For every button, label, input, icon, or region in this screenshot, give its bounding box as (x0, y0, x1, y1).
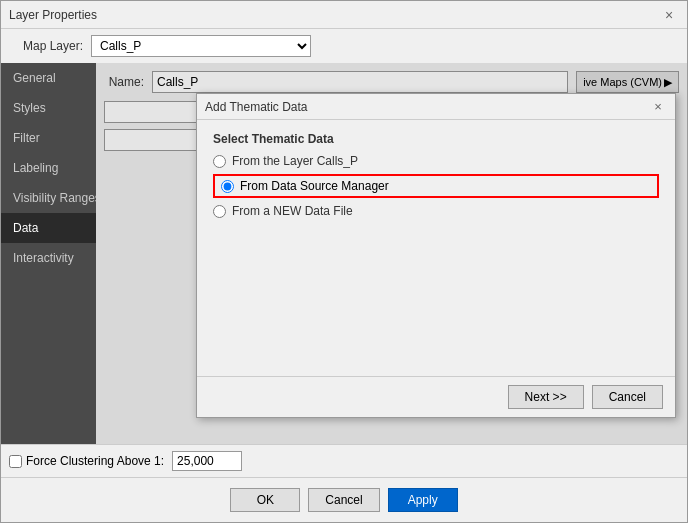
radio-datasource-input[interactable] (221, 180, 234, 193)
sidebar-item-filter[interactable]: Filter (1, 123, 96, 153)
add-thematic-data-modal: Add Thematic Data × Select Thematic Data… (196, 93, 676, 418)
sidebar-item-general[interactable]: General (1, 63, 96, 93)
cancel-button[interactable]: Cancel (308, 488, 379, 512)
sidebar-item-data[interactable]: Data (1, 213, 96, 243)
radio-option-layer: From the Layer Calls_P (213, 154, 659, 168)
layer-properties-window: Layer Properties × Map Layer: Calls_P Ge… (0, 0, 688, 523)
modal-close-button[interactable]: × (649, 98, 667, 116)
modal-title: Add Thematic Data (205, 100, 308, 114)
ok-button[interactable]: OK (230, 488, 300, 512)
sidebar-item-visibility-ranges[interactable]: Visibility Ranges (1, 183, 96, 213)
modal-title-bar: Add Thematic Data × (197, 94, 675, 120)
modal-overlay: Add Thematic Data × Select Thematic Data… (96, 63, 687, 444)
sidebar-item-labeling[interactable]: Labeling (1, 153, 96, 183)
radio-layer-label: From the Layer Calls_P (232, 154, 358, 168)
radio-layer-input[interactable] (213, 155, 226, 168)
cluster-checkbox-label: Force Clustering Above 1: (26, 454, 164, 468)
map-layer-row: Map Layer: Calls_P (1, 29, 687, 63)
cluster-value-input[interactable] (172, 451, 242, 471)
main-content: General Styles Filter Labeling Visibilit… (1, 63, 687, 444)
apply-button[interactable]: Apply (388, 488, 458, 512)
window-footer: OK Cancel Apply (1, 477, 687, 522)
radio-datasource-label: From Data Source Manager (240, 179, 389, 193)
modal-section-label: Select Thematic Data (213, 132, 659, 146)
radio-newfile-label: From a NEW Data File (232, 204, 353, 218)
radio-option-newfile: From a NEW Data File (213, 204, 659, 218)
modal-body: Select Thematic Data From the Layer Call… (197, 120, 675, 376)
title-bar: Layer Properties × (1, 1, 687, 29)
map-layer-label: Map Layer: (13, 39, 83, 53)
cluster-row: Force Clustering Above 1: (1, 444, 687, 477)
window-title: Layer Properties (9, 8, 97, 22)
modal-spacer (213, 224, 659, 364)
window-close-button[interactable]: × (659, 5, 679, 25)
content-area: Name: ive Maps (CVM) ▶ (96, 63, 687, 444)
cluster-checkbox[interactable] (9, 455, 22, 468)
sidebar: General Styles Filter Labeling Visibilit… (1, 63, 96, 444)
sidebar-item-interactivity[interactable]: Interactivity (1, 243, 96, 273)
sidebar-item-styles[interactable]: Styles (1, 93, 96, 123)
map-layer-select[interactable]: Calls_P (91, 35, 311, 57)
cluster-checkbox-container: Force Clustering Above 1: (9, 454, 164, 468)
modal-next-button[interactable]: Next >> (508, 385, 584, 409)
modal-footer: Next >> Cancel (197, 376, 675, 417)
radio-newfile-input[interactable] (213, 205, 226, 218)
modal-cancel-button[interactable]: Cancel (592, 385, 663, 409)
radio-option-datasource-highlighted: From Data Source Manager (213, 174, 659, 198)
